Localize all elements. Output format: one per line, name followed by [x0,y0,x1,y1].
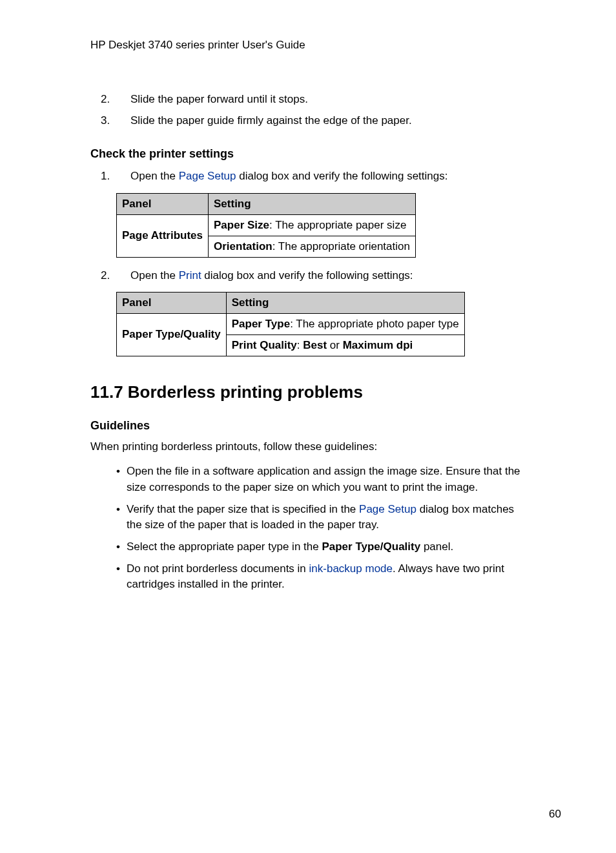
table-header-panel: Panel [117,292,227,313]
list-item: Verify that the paper size that is speci… [116,502,532,533]
setting-bold3: Maximum dpi [343,339,413,351]
step-text: Slide the paper guide firmly against the… [130,114,412,127]
bullet-post: panel. [420,540,453,553]
page-setup-link[interactable]: Page Setup [179,170,236,182]
setting-cell: Print Quality: Best or Maximum dpi [226,334,464,356]
bullet-pre: Do not print borderless documents in [127,562,309,575]
setting-cell: Paper Type: The appropriate photo paper … [226,313,464,334]
bullet-pre: Select the appropriate paper type in the [127,540,322,553]
list-item: 1.Open the Page Setup dialog box and ver… [116,167,532,185]
setting-cell: Paper Size: The appropriate paper size [209,214,416,236]
table-header-row: Panel Setting [117,292,465,313]
top-steps-list: 2.Slide the paper forward until it stops… [90,90,532,129]
step-number: 2. [116,90,130,108]
check-settings-list: 1.Open the Page Setup dialog box and ver… [90,167,532,185]
setting-bold: Print Quality [232,339,297,351]
setting-text: : The appropriate photo paper type [290,318,458,330]
list-item: 2.Slide the paper forward until it stops… [116,90,532,108]
setting-text: : The appropriate orientation [272,240,410,252]
table-row: Paper Type/Quality Paper Type: The appro… [117,313,465,334]
setting-bold: Orientation [214,240,272,252]
ink-backup-mode-link[interactable]: ink-backup mode [309,562,393,575]
step-text-post: dialog box and verify the following sett… [201,269,413,282]
page-content: HP Deskjet 3740 series printer User's Gu… [0,0,616,853]
setting-mid: : [297,339,303,351]
document-header-title: HP Deskjet 3740 series printer User's Gu… [90,39,532,52]
bullet-text: Open the file in a software application … [127,465,520,493]
panel-cell: Page Attributes [117,214,209,257]
guidelines-bullets: Open the file in a software application … [90,464,532,592]
setting-bold: Paper Type [232,318,290,330]
guidelines-intro: When printing borderless printouts, foll… [90,439,532,455]
subheading-guidelines: Guidelines [90,419,532,433]
table-header-setting: Setting [209,193,416,214]
panel-cell: Paper Type/Quality [117,313,227,356]
bullet-pre: Verify that the paper size that is speci… [127,503,359,515]
step-number: 1. [116,167,130,185]
bullet-bold: Paper Type/Quality [322,540,420,553]
table-header-row: Panel Setting [117,193,416,214]
list-item: 2.Open the Print dialog box and verify t… [116,267,532,284]
page-number: 60 [549,808,561,821]
page-setup-link-2[interactable]: Page Setup [359,503,416,515]
step-number: 3. [116,112,130,129]
table-row: Page Attributes Paper Size: The appropri… [117,214,416,236]
step-text-post: dialog box and verify the following sett… [236,170,448,182]
table-header-setting: Setting [226,292,464,313]
step-text: Slide the paper forward until it stops. [130,93,308,105]
list-item: Open the file in a software application … [116,464,532,495]
paper-type-quality-table: Panel Setting Paper Type/Quality Paper T… [116,292,465,356]
list-item: Do not print borderless documents in ink… [116,561,532,593]
step-text-pre: Open the [130,170,179,182]
setting-mid2: or [327,339,343,351]
step-text-pre: Open the [130,269,179,282]
step-number: 2. [116,267,130,284]
setting-text: : The appropriate paper size [269,219,406,231]
setting-bold2: Best [303,339,327,351]
section-heading-borderless: 11.7 Borderless printing problems [90,382,532,402]
setting-cell: Orientation: The appropriate orientation [209,236,416,257]
list-item: 3.Slide the paper guide firmly against t… [116,112,532,129]
list-item: Select the appropriate paper type in the… [116,539,532,555]
print-link[interactable]: Print [179,269,201,282]
table-header-panel: Panel [117,193,209,214]
page-attributes-table: Panel Setting Page Attributes Paper Size… [116,193,416,258]
check-settings-list-2: 2.Open the Print dialog box and verify t… [90,267,532,284]
subheading-check-settings: Check the printer settings [90,147,532,161]
setting-bold: Paper Size [214,219,269,231]
